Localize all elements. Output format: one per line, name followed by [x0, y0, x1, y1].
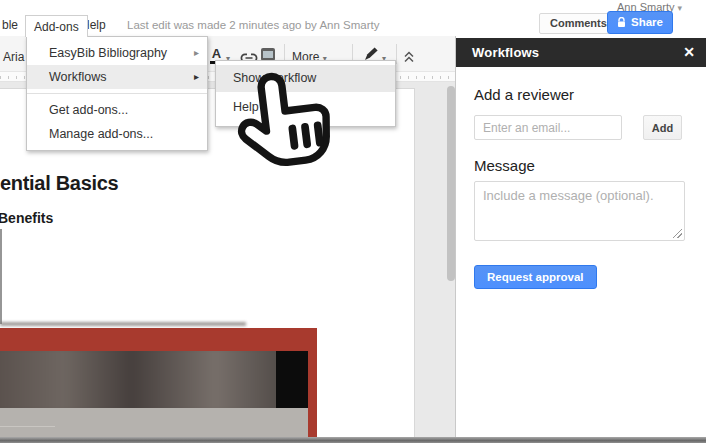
collapse-toolbar-icon[interactable]	[403, 49, 415, 67]
document-heading: ential Basics	[0, 172, 118, 195]
add-reviewer-heading: Add a reviewer	[474, 86, 574, 103]
menu-item-manage-addons[interactable]: Manage add-ons...	[27, 122, 207, 146]
message-textarea[interactable]	[474, 181, 685, 241]
document-subheading: Benefits	[0, 210, 53, 226]
close-icon[interactable]: ✕	[683, 44, 695, 60]
workflows-submenu: Show workflow Help	[215, 60, 396, 127]
screenshot-divider	[0, 426, 55, 427]
menu-item-workflows[interactable]: Workflows▸	[27, 65, 207, 89]
message-heading: Message	[474, 157, 535, 174]
submenu-arrow-icon: ▸	[194, 65, 199, 89]
toolbar-divider	[396, 44, 397, 64]
menu-item-table-fragment[interactable]: ble	[2, 18, 18, 32]
vertical-scrollbar-thumb[interactable]	[447, 86, 455, 281]
addons-dropdown-menu: EasyBib Bibliography Creator▸ Workflows▸…	[26, 36, 208, 151]
lock-icon	[617, 17, 626, 28]
resize-handle-icon[interactable]	[673, 229, 682, 238]
page-edge-line	[0, 229, 2, 324]
menu-item-show-workflow[interactable]: Show workflow	[216, 65, 395, 92]
request-approval-button[interactable]: Request approval	[474, 265, 597, 289]
screenshot-black-block	[276, 351, 308, 408]
panel-title: Workflows	[472, 45, 539, 60]
menu-item-get-addons[interactable]: Get add-ons...	[27, 98, 207, 122]
menu-item-easybib[interactable]: EasyBib Bibliography Creator▸	[27, 41, 207, 65]
screenshot-header-blur	[0, 351, 308, 408]
menu-bar: ble Add-ons Help Last edit was made 2 mi…	[0, 0, 706, 36]
window-bottom-edge	[0, 437, 706, 443]
panel-header: Workflows ✕	[456, 38, 706, 67]
menu-item-workflows-help[interactable]: Help	[216, 92, 395, 122]
last-edit-status: Last edit was made 2 minutes ago by Ann …	[127, 19, 380, 31]
chevron-down-icon: ▾	[677, 3, 682, 13]
menu-divider	[27, 93, 207, 94]
submenu-arrow-icon: ▸	[194, 41, 199, 65]
add-reviewer-button[interactable]: Add	[643, 115, 682, 140]
menu-item-addons[interactable]: Add-ons	[25, 15, 88, 37]
embedded-screenshot-image[interactable]: #Forums this	[0, 328, 317, 443]
message-textarea-wrap	[474, 181, 685, 241]
image-top-shadow	[0, 322, 246, 326]
google-docs-window: ble Add-ons Help Last edit was made 2 mi…	[0, 0, 706, 443]
font-family-selector-fragment[interactable]: Aria	[3, 50, 24, 64]
workflows-sidebar-panel: Workflows ✕ Add a reviewer Add Message R…	[455, 36, 706, 437]
reviewer-email-input[interactable]	[474, 115, 622, 140]
share-button[interactable]: Share	[607, 11, 673, 34]
